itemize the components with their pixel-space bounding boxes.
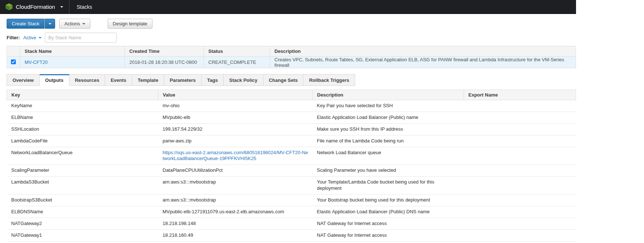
output-key-cell: ScalingParameter xyxy=(7,165,158,177)
checkbox-column-header xyxy=(7,46,20,57)
output-key-cell: KeyName xyxy=(7,100,158,112)
output-export-name-cell xyxy=(464,100,576,112)
col-header-description: Description xyxy=(270,46,576,57)
create-stack-dropdown-button[interactable] xyxy=(45,19,55,29)
output-export-name-cell xyxy=(464,112,576,123)
output-export-name-cell xyxy=(464,229,576,241)
service-menu[interactable]: CloudFormation xyxy=(4,0,69,14)
stack-row-checkbox[interactable] xyxy=(11,59,16,64)
outputs-table: Key Value Description Export Name KeyNam… xyxy=(7,90,576,242)
breadcrumb-stacks[interactable]: Stacks xyxy=(69,4,100,10)
output-row: LambdaS3Bucketarn:aws:s3:::mvbootstrapYo… xyxy=(7,177,576,195)
tab-parameters[interactable]: Parameters xyxy=(164,74,202,86)
cloudformation-console: CloudFormation Stacks Create Stack Actio… xyxy=(0,0,576,242)
output-row: ELBDNSNameMVpublic-elb-1271911079.us-eas… xyxy=(7,206,576,218)
output-export-name-cell xyxy=(464,165,576,177)
stack-name-filter-input[interactable] xyxy=(45,33,117,43)
tab-resources[interactable]: Resources xyxy=(69,74,105,86)
output-value-cell: MVpublic-elb-1271911079.us-east-2.elb.am… xyxy=(158,206,313,218)
output-export-name-cell xyxy=(464,135,576,147)
output-description-cell: Elastic Application Load Balancer (Publi… xyxy=(313,206,464,218)
output-export-name-cell xyxy=(464,195,576,206)
actions-label: Actions xyxy=(64,21,80,26)
stack-checkbox-cell xyxy=(7,57,20,68)
output-key-cell: ELBDNSName xyxy=(7,206,158,218)
output-value-cell: 18.218.198.148 xyxy=(158,218,313,229)
tab-outputs[interactable]: Outputs xyxy=(40,74,69,86)
output-value-cell: arn:aws:s3:::mvbootstrap xyxy=(158,195,313,206)
stacks-header-row: Stack Name Created Time Status Descripti… xyxy=(7,46,576,57)
outputs-header-row: Key Value Description Export Name xyxy=(7,90,576,100)
tab-tags[interactable]: Tags xyxy=(202,74,224,86)
output-value-cell: 18.218.160.49 xyxy=(158,229,313,241)
output-key-cell: BootstrapS3Bucket xyxy=(7,195,158,206)
output-row: ScalingParameterDataPlaneCPUUtilizationP… xyxy=(7,165,576,177)
output-description-cell: NAT Gateway for Internet access xyxy=(313,218,464,229)
col-header-created-time: Created Time xyxy=(125,46,204,57)
service-name: CloudFormation xyxy=(16,4,55,10)
output-description-cell: Scaling Parameter you have selected xyxy=(313,165,464,177)
output-key-cell: LambdaS3Bucket xyxy=(7,177,158,195)
stack-created-time: 2018-01-28 16:20:38 UTC-0800 xyxy=(125,57,204,68)
output-row: NATGateway218.218.198.148NAT Gateway for… xyxy=(7,218,576,229)
output-value-cell: arn:aws:s3:::mvbootstrap xyxy=(158,177,313,195)
output-value-cell: 199.167.54.229/32 xyxy=(158,123,313,135)
output-key-cell: NetworkLoadBalancerQueue xyxy=(7,147,158,165)
output-key-cell: SSHLocation xyxy=(7,123,158,135)
chevron-down-icon xyxy=(60,6,63,8)
output-description-cell: Your Bootstrap bucket being used for thi… xyxy=(313,195,464,206)
output-value-cell: MVpublic-elb xyxy=(158,112,313,123)
output-value-cell: https://sqs.us-east-2.amazonaws.com/6805… xyxy=(158,147,313,165)
output-key-cell: ELBName xyxy=(7,112,158,123)
output-description-cell: Your Template/Lambda Code bucket being u… xyxy=(313,177,464,195)
output-export-name-cell xyxy=(464,206,576,218)
top-nav: CloudFormation Stacks xyxy=(0,0,576,14)
output-description-cell: Elastic Application Load Balancer (Publi… xyxy=(313,112,464,123)
output-description-cell: Make sure you SSH from this IP address xyxy=(313,123,464,135)
output-row: NetworkLoadBalancerQueuehttps://sqs.us-e… xyxy=(7,147,576,165)
stack-name-link[interactable]: MV-CFT20 xyxy=(25,59,48,65)
output-description-cell: Key Pair you have selected for SSH xyxy=(313,100,464,112)
tab-rollback-triggers[interactable]: Rollback Triggers xyxy=(303,74,355,86)
col-header-key: Key xyxy=(7,90,158,100)
create-stack-split-button: Create Stack xyxy=(7,19,55,29)
output-export-name-cell xyxy=(464,218,576,229)
col-header-stack-name: Stack Name xyxy=(20,46,125,57)
stack-row[interactable]: MV-CFT20 2018-01-28 16:20:38 UTC-0800 CR… xyxy=(7,57,576,68)
output-description-cell: NAT Gateway for Internet access xyxy=(313,229,464,241)
output-row: LambdaCodeFilepanw-aws.zipFile name of t… xyxy=(7,135,576,147)
output-export-name-cell xyxy=(464,147,576,165)
output-value-link[interactable]: https://sqs.us-east-2.amazonaws.com/6805… xyxy=(163,150,308,162)
tab-bar: OverviewOutputsResourcesEventsTemplatePa… xyxy=(7,74,576,86)
stacks-section: Stack Name Created Time Status Descripti… xyxy=(0,46,576,68)
output-row: NATGateway118.218.160.49NAT Gateway for … xyxy=(7,229,576,241)
col-header-value: Value xyxy=(158,90,313,100)
filter-status-value: Active xyxy=(23,35,36,40)
tab-change-sets[interactable]: Change Sets xyxy=(263,74,304,86)
outputs-table-body: KeyNamemv-ohioKey Pair you have selected… xyxy=(7,100,576,242)
stack-description: Creates VPC, Subnets, Route Tables, SG, … xyxy=(270,57,576,68)
output-key-cell: NATGateway2 xyxy=(7,218,158,229)
tab-events[interactable]: Events xyxy=(105,74,132,86)
actions-button[interactable]: Actions xyxy=(59,19,90,29)
outputs-section: Key Value Description Export Name KeyNam… xyxy=(0,90,576,242)
col-header-status: Status xyxy=(204,46,270,57)
col-header-description: Description xyxy=(313,90,464,100)
col-header-export-name: Export Name xyxy=(464,90,576,100)
output-description-cell: Network Load Balancer queue xyxy=(313,147,464,165)
tab-template[interactable]: Template xyxy=(132,74,164,86)
create-stack-button[interactable]: Create Stack xyxy=(7,19,44,29)
tab-stack-policy[interactable]: Stack Policy xyxy=(224,74,263,86)
output-export-name-cell xyxy=(464,123,576,135)
tab-overview[interactable]: Overview xyxy=(7,74,40,86)
output-value-cell: mv-ohio xyxy=(158,100,313,112)
design-template-button[interactable]: Design template xyxy=(108,19,152,29)
stack-status-badge: CREATE_COMPLETE xyxy=(204,57,270,68)
filter-status-dropdown[interactable]: Active xyxy=(23,35,41,40)
stacks-table: Stack Name Created Time Status Descripti… xyxy=(7,46,576,68)
output-export-name-cell xyxy=(464,177,576,195)
chevron-down-icon xyxy=(82,23,85,25)
filter-bar: Filter: Active xyxy=(0,29,576,46)
output-row: BootstrapS3Bucketarn:aws:s3:::mvbootstra… xyxy=(7,195,576,206)
cloudformation-icon xyxy=(5,3,13,11)
